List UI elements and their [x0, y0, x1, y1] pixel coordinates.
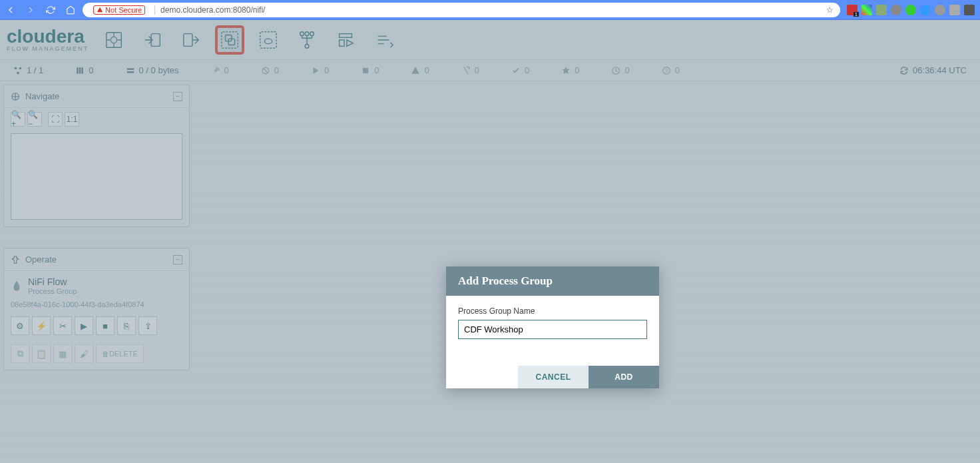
extensions: 1 — [847, 5, 975, 15]
cancel-button[interactable]: CANCEL — [518, 366, 589, 388]
ext-icon-9[interactable] — [964, 5, 975, 15]
not-secure-badge: Not Secure — [93, 5, 145, 15]
dialog-title: Add Process Group — [446, 266, 659, 296]
browser-nav — [5, 5, 76, 15]
address-bar[interactable]: Not Secure demo.cloudera.com:8080/nifi/ … — [83, 3, 840, 17]
back-button[interactable] — [5, 5, 16, 15]
reload-button[interactable] — [45, 5, 56, 15]
field-label: Process Group Name — [458, 306, 647, 316]
ext-icon-3[interactable] — [876, 5, 887, 15]
ext-icon-1[interactable]: 1 — [847, 5, 858, 15]
browser-chrome: Not Secure demo.cloudera.com:8080/nifi/ … — [0, 0, 980, 20]
process-group-name-input[interactable] — [458, 320, 647, 339]
ext-icon-8[interactable] — [949, 5, 960, 15]
ext-icon-5[interactable] — [905, 5, 916, 15]
home-button[interactable] — [65, 5, 76, 15]
modal-overlay[interactable] — [0, 20, 980, 463]
forward-button[interactable] — [25, 5, 36, 15]
nifi-app: cloudera FLOW MANAGEMENT 1 / 1 0 0 / 0 b… — [0, 20, 980, 463]
add-process-group-dialog: Add Process Group Process Group Name CAN… — [446, 266, 659, 388]
ext-icon-2[interactable] — [861, 5, 872, 15]
add-button[interactable]: ADD — [589, 366, 659, 388]
ext-icon-7[interactable] — [935, 5, 945, 15]
ext-icon-4[interactable] — [891, 5, 901, 15]
ext-icon-6[interactable] — [920, 5, 931, 15]
url-text: demo.cloudera.com:8080/nifi/ — [160, 5, 265, 15]
bookmark-icon[interactable]: ☆ — [826, 5, 834, 15]
